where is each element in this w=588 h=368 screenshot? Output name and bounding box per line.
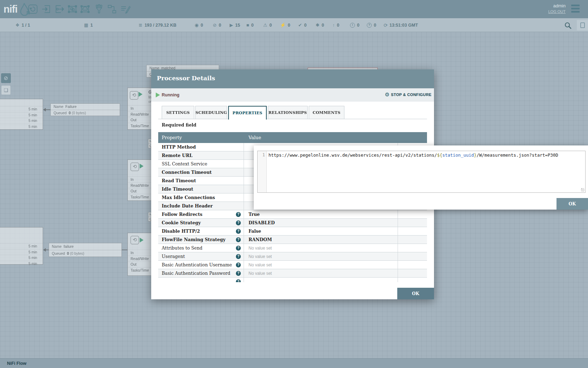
help-icon[interactable]: ?	[236, 229, 241, 234]
property-value[interactable]: No value set	[248, 246, 272, 251]
slash-circle-icon: ⊘	[4, 75, 8, 81]
refresh-icon[interactable]: ⟳	[384, 23, 388, 28]
property-row[interactable]: Basic Authentication Username?No value s…	[158, 261, 427, 269]
breadcrumb-bar: NiFi Flow	[0, 358, 588, 368]
property-row[interactable]: ?	[158, 278, 427, 282]
property-row[interactable]: Follow Redirects?True	[158, 210, 427, 219]
status-count: 0	[288, 23, 290, 28]
property-name: Cookie Strategy	[162, 220, 201, 225]
stop-and-configure-button[interactable]: ⚙ STOP & CONFIGURE	[385, 92, 432, 97]
help-icon[interactable]: ?	[236, 254, 241, 259]
label-component-button[interactable]	[120, 4, 131, 14]
property-value[interactable]: DISABLED	[248, 220, 275, 225]
status-count: 0	[374, 23, 376, 28]
property-value[interactable]: No value set	[248, 254, 272, 259]
funnel-component-button[interactable]	[94, 4, 104, 14]
status-count: 1	[90, 23, 93, 28]
property-value[interactable]: True	[248, 212, 260, 217]
editor-ok-button[interactable]: OK	[556, 198, 588, 210]
help-icon[interactable]: ?	[236, 263, 241, 267]
tab-properties[interactable]: PROPERTIES	[228, 106, 267, 120]
template-component-button[interactable]	[107, 4, 117, 14]
help-icon[interactable]: ?	[236, 212, 241, 217]
input-port-component-button[interactable]	[41, 4, 52, 14]
property-value[interactable]: No value set	[248, 263, 272, 267]
code-segment-el: ${	[437, 152, 442, 158]
up-to-date-icon: ✔	[298, 23, 302, 27]
help-icon[interactable]: ?	[236, 271, 241, 276]
status-item-disabled: ⚡0	[280, 18, 290, 32]
help-icon[interactable]: ?	[236, 237, 241, 242]
status-count: 0	[270, 23, 272, 28]
property-name: Read Timeout	[162, 178, 196, 183]
refresh-status[interactable]: ⟳ 13:51:03 GMT	[384, 18, 418, 32]
help-icon[interactable]: ?	[236, 279, 241, 282]
stat-window: 5 min	[0, 106, 43, 112]
operate-palette-button[interactable]: ⊘	[1, 73, 11, 83]
property-row[interactable]: Attributes to Send?No value set	[158, 244, 427, 252]
tab-settings[interactable]: SETTINGS	[162, 106, 194, 119]
value-editor-textarea[interactable]: 1 https://www.pegelonline.wsv.de/webserv…	[257, 151, 586, 193]
property-row[interactable]: Useragent?No value set	[158, 252, 427, 261]
remote-process-group-component-button[interactable]	[80, 4, 90, 14]
resize-handle-icon[interactable]	[581, 188, 584, 192]
tab-relationships[interactable]: RELATIONSHIPS	[268, 106, 308, 119]
output-port-component-button[interactable]	[54, 4, 65, 14]
property-name: Idle Timeout	[162, 186, 193, 192]
value-column-header: Value	[244, 135, 398, 140]
status-count: 1 / 1	[22, 23, 30, 28]
connection-line	[46, 109, 50, 110]
processor-clipped[interactable]: 5 min 5 min 5 min 5 min	[0, 99, 43, 130]
property-name: SSL Context Service	[162, 161, 207, 166]
connection-name-key: Name	[52, 244, 62, 248]
code-segment-def: /W/measurements.json?start=P30D	[477, 152, 558, 158]
connection-label[interactable]: Name failure Queued 0 (0 bytes)	[49, 243, 122, 257]
global-menu-icon[interactable]	[571, 5, 580, 14]
processor-component-button[interactable]	[28, 4, 38, 14]
dialog-ok-button[interactable]: OK	[397, 288, 434, 299]
connection-queued-size: (0 bytes)	[70, 251, 84, 255]
editor-code-line[interactable]: https://www.pegelonline.wsv.de/webservic…	[268, 152, 584, 158]
property-row[interactable]: Disable HTTP/2?False	[158, 227, 427, 236]
connection-queued-count: 0	[69, 111, 71, 115]
nifi-screen: ⊘ ❏ 5 min 5 min 5 min 5 min 5 min 5 min …	[0, 0, 588, 368]
dialog-title: Processor Details	[157, 75, 215, 82]
property-name: Attributes to Send	[162, 245, 202, 251]
property-column-header: Property	[158, 135, 244, 140]
running-status-icon	[156, 93, 160, 97]
bulletin-board-button[interactable]	[577, 20, 588, 30]
note-icon	[580, 22, 585, 28]
running-indicator-icon	[140, 164, 144, 169]
property-value[interactable]: No value set	[248, 271, 272, 276]
tab-comments[interactable]: COMMENTS	[309, 106, 344, 119]
processor-clipped[interactable]: 5 min 5 min 5 min 5 min	[0, 227, 43, 265]
properties-table-header: Property Value	[158, 132, 427, 143]
property-name: Useragent	[162, 254, 185, 259]
transmitting-icon: ◉	[195, 23, 198, 27]
property-name: Connection Timeout	[162, 170, 212, 175]
operate-palette-button[interactable]: ❏	[1, 85, 11, 95]
connection-line	[46, 250, 49, 250]
help-icon[interactable]: ?	[236, 246, 241, 251]
status-item-stopped: ■0	[246, 18, 254, 32]
search-icon[interactable]	[564, 22, 572, 29]
status-item-cluster: ❖1 / 1	[15, 18, 30, 32]
property-row[interactable]: Basic Authentication Password?No value s…	[158, 269, 427, 278]
logout-link[interactable]: LOG OUT	[548, 9, 566, 14]
threads-icon: ▦	[84, 23, 88, 27]
status-count: 15	[235, 23, 240, 28]
status-item-invalid: ⚠0	[263, 18, 272, 32]
property-row[interactable]: FlowFile Naming Strategy?RANDOM	[158, 236, 427, 244]
breadcrumb[interactable]: NiFi Flow	[7, 361, 27, 366]
status-item-transmitting: ◉0	[195, 18, 203, 32]
process-group-component-button[interactable]	[67, 4, 78, 14]
help-icon[interactable]: ?	[236, 220, 241, 225]
connection-label[interactable]: Name Failure Queued 0 (0 bytes)	[50, 103, 120, 116]
property-row[interactable]: Cookie Strategy?DISABLED	[158, 219, 427, 227]
stat-window: 5 min	[0, 255, 43, 261]
tab-scheduling[interactable]: SCHEDULING	[195, 106, 227, 119]
property-value[interactable]: RANDOM	[248, 237, 272, 242]
property-value[interactable]: False	[248, 229, 261, 234]
connection-queued-size: (0 bytes)	[72, 111, 86, 115]
property-value-editor: 1 https://www.pegelonline.wsv.de/webserv…	[254, 145, 588, 210]
